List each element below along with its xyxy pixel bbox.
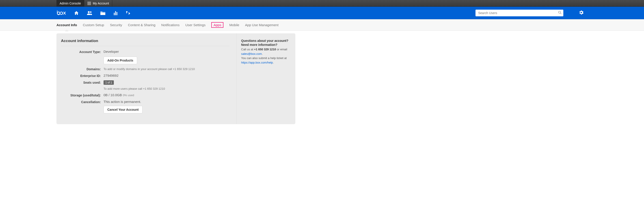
- domains-label: Domains:: [61, 67, 104, 71]
- tab-my-account-label: My Account: [93, 1, 109, 5]
- subnav-content-sharing[interactable]: Content & Sharing: [128, 22, 156, 28]
- storage-label: Storage (used/total):: [61, 93, 104, 97]
- home-icon[interactable]: [74, 11, 79, 15]
- subnav-mobile[interactable]: Mobile: [229, 22, 239, 28]
- reports-icon[interactable]: [114, 11, 118, 15]
- seats-label: Seats used:: [61, 80, 104, 84]
- side-call-prefix: Call us at: [241, 48, 254, 51]
- nav-icon-row: [74, 11, 131, 15]
- search-input[interactable]: [476, 10, 563, 16]
- domains-value: To add or modify domains in your account…: [104, 67, 195, 71]
- storage-value: 0B / 10.0GB: [104, 93, 122, 97]
- avatar: [88, 1, 91, 5]
- users-icon[interactable]: [87, 11, 92, 15]
- settings-gear-icon[interactable]: [579, 10, 584, 16]
- svg-rect-3: [115, 11, 116, 15]
- cancel-label: Cancellation:: [61, 100, 104, 104]
- search-container: [476, 10, 563, 16]
- account-type-label: Account Type:: [61, 50, 104, 54]
- svg-point-5: [126, 11, 128, 12]
- enterprise-id-label: Enterprise ID:: [61, 74, 104, 78]
- seats-badge: 1 of 1: [104, 80, 114, 85]
- main-nav: [0, 7, 644, 19]
- subnav-account-info[interactable]: Account Info: [56, 22, 77, 28]
- subnav-app-use[interactable]: App Use Management: [245, 22, 278, 28]
- seats-hint: To add more users please call +1 650 329…: [104, 87, 230, 90]
- svg-rect-4: [116, 12, 118, 15]
- svg-rect-2: [114, 13, 115, 15]
- subnav-security[interactable]: Security: [110, 22, 122, 28]
- section-title: Account information: [61, 39, 230, 46]
- card-main: Account information Account Type: Develo…: [56, 33, 237, 124]
- field-seats: Seats used: 1 of 1 To add more users ple…: [61, 80, 230, 90]
- folder-icon[interactable]: [100, 11, 105, 15]
- side-title: Questions about your account? Need more …: [241, 39, 291, 47]
- subnav-notifications[interactable]: Notifications: [161, 22, 180, 28]
- card-side: Questions about your account? Need more …: [237, 33, 295, 124]
- subnav-custom-setup[interactable]: Custom Setup: [83, 22, 104, 28]
- field-domains: Domains: To add or modify domains in you…: [61, 67, 230, 71]
- svg-point-1: [90, 11, 92, 12]
- side-or-email: or email: [276, 48, 287, 51]
- top-bar: Admin Console My Account: [0, 0, 644, 7]
- tab-admin-console-label: Admin Console: [60, 1, 81, 5]
- side-ticket-prefix: You can also submit a help ticket at: [241, 56, 286, 60]
- storage-pct: 0% used: [123, 93, 134, 97]
- cancel-desc: This action is permanent.: [104, 100, 230, 104]
- field-storage: Storage (used/total): 0B / 10.0GB 0% use…: [61, 93, 230, 97]
- side-phone: +1 650 329 1210: [254, 48, 276, 51]
- tab-admin-console[interactable]: Admin Console: [56, 0, 84, 6]
- svg-point-0: [88, 11, 90, 13]
- account-card: Account information Account Type: Develo…: [56, 33, 295, 124]
- enterprise-id-value: 27949692: [104, 74, 230, 77]
- account-type-value: Developer: [104, 50, 230, 53]
- cancel-account-button[interactable]: Cancel Your Account: [104, 106, 142, 113]
- search-icon[interactable]: [558, 11, 562, 15]
- content-area: Account information Account Type: Develo…: [0, 31, 644, 133]
- field-enterprise-id: Enterprise ID: 27949692: [61, 74, 230, 78]
- svg-point-6: [558, 11, 560, 13]
- side-period1: .: [262, 52, 263, 55]
- field-cancellation: Cancellation: This action is permanent. …: [61, 100, 230, 113]
- side-text: Call us at +1 650 329 1210 or email sale…: [241, 47, 291, 65]
- field-account-type: Account Type: Developer Add-On Products: [61, 50, 230, 64]
- side-period2: .: [273, 61, 274, 64]
- subnav-apps[interactable]: Apps: [211, 22, 224, 28]
- side-email-link[interactable]: sales@box.com: [241, 52, 262, 55]
- addon-products-button[interactable]: Add-On Products: [104, 57, 137, 64]
- box-logo[interactable]: [56, 10, 67, 16]
- subnav-user-settings[interactable]: User Settings: [185, 22, 206, 28]
- subnav-bar: Account Info Custom Setup Security Conte…: [0, 19, 644, 31]
- integrations-icon[interactable]: [126, 11, 131, 15]
- tab-my-account[interactable]: My Account: [84, 0, 112, 6]
- side-help-link[interactable]: https://app.box.com/help: [241, 61, 273, 64]
